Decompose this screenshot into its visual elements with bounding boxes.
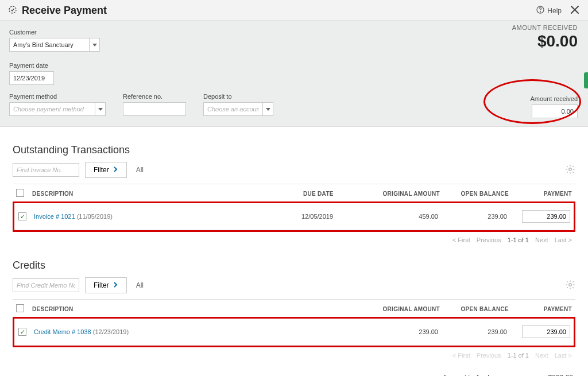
col-original-amount: ORIGINAL AMOUNT — [363, 300, 443, 319]
customer-select[interactable] — [9, 38, 100, 52]
col-original-amount: ORIGINAL AMOUNT — [363, 184, 443, 203]
payment-method-input[interactable] — [9, 102, 95, 116]
help-link[interactable]: Help — [536, 5, 562, 16]
svg-point-4 — [569, 284, 572, 286]
credits-title: Credits — [13, 259, 575, 272]
credits-filter-button[interactable]: Filter — [85, 277, 127, 293]
outstanding-settings-gear[interactable] — [565, 164, 575, 176]
cell-open-balance: 239.00 — [442, 203, 510, 230]
credits-find-input[interactable] — [13, 278, 79, 292]
outstanding-select-all-checkbox[interactable] — [16, 189, 24, 197]
payment-method-dropdown-toggle[interactable] — [95, 102, 106, 116]
cell-original-amount: 459.00 — [361, 203, 442, 230]
outstanding-filter-row: Filter All — [13, 162, 575, 178]
credit-memo-link[interactable]: Credit Memo # 1038 — [34, 328, 91, 335]
annotation-outstanding-row-highlight: Invoice # 1021 (11/05/2019) 12/05/2019 4… — [13, 201, 575, 232]
pager-next[interactable]: Next — [535, 237, 548, 243]
pager-first[interactable]: < First — [452, 352, 470, 359]
amount-received-input[interactable] — [532, 104, 578, 118]
col-open-balance: OPEN BALANCE — [443, 184, 512, 203]
reference-input[interactable] — [123, 102, 186, 116]
invoice-link[interactable]: Invoice # 1021 — [34, 213, 75, 220]
amount-to-apply-value: $239.00 — [527, 374, 573, 376]
pager-range: 1-1 of 1 — [508, 352, 529, 359]
credits-all-label: All — [136, 281, 144, 289]
side-drawer-tab[interactable] — [584, 72, 588, 88]
dialog-header: Receive Payment Help — [0, 0, 588, 21]
payment-method-select[interactable] — [9, 102, 106, 116]
amount-received-field-label: Amount received — [530, 95, 578, 102]
page-title: Receive Payment — [22, 5, 107, 17]
col-payment: PAYMENT — [512, 300, 575, 319]
cell-original-amount: 239.00 — [361, 319, 442, 346]
outstanding-payment-input[interactable] — [522, 210, 570, 223]
outstanding-all-label: All — [136, 166, 144, 174]
receive-payment-icon — [8, 5, 17, 16]
outstanding-title: Outstanding Transactions — [13, 144, 575, 156]
svg-point-0 — [9, 6, 16, 13]
customer-label: Customer — [9, 29, 579, 36]
deposit-to-dropdown-toggle[interactable] — [263, 102, 273, 116]
pager-last[interactable]: Last > — [555, 352, 572, 359]
chevron-right-icon — [113, 166, 118, 174]
col-description: DESCRIPTION — [29, 300, 363, 319]
pager-prev[interactable]: Previous — [477, 352, 501, 359]
customer-input[interactable] — [9, 38, 90, 52]
pager-first[interactable]: < First — [452, 237, 470, 243]
outstanding-row-checkbox[interactable] — [18, 212, 26, 220]
amount-to-apply-label: Amount to Apply — [424, 374, 493, 376]
deposit-to-label: Deposit to — [203, 93, 273, 100]
outstanding-row: Invoice # 1021 (11/05/2019) 12/05/2019 4… — [14, 203, 574, 230]
cell-open-balance: 239.00 — [442, 319, 510, 346]
outstanding-filter-button[interactable]: Filter — [85, 162, 127, 178]
col-payment: PAYMENT — [512, 184, 575, 203]
totals-block: Amount to Apply $239.00 Amount to Credit… — [13, 373, 575, 376]
col-description: DESCRIPTION — [29, 184, 300, 203]
amount-received-value: $0.00 — [512, 32, 578, 51]
chevron-right-icon — [113, 281, 118, 289]
chevron-down-icon — [92, 44, 97, 46]
outstanding-table: DESCRIPTION DUE DATE ORIGINAL AMOUNT OPE… — [13, 184, 575, 203]
close-button[interactable] — [570, 5, 580, 17]
form-panel: AMOUNT RECEIVED $0.00 Customer Payment d… — [0, 21, 588, 127]
reference-label: Reference no. — [123, 93, 186, 100]
chevron-down-icon — [98, 108, 103, 111]
credit-memo-date: (12/23/2019) — [93, 328, 129, 335]
customer-dropdown-toggle[interactable] — [90, 38, 100, 52]
pager-next[interactable]: Next — [535, 352, 548, 359]
chevron-down-icon — [266, 108, 270, 111]
pager-range: 1-1 of 1 — [508, 237, 529, 243]
svg-point-2 — [540, 11, 541, 12]
credits-row-checkbox[interactable] — [18, 328, 26, 336]
invoice-date: (11/05/2019) — [77, 213, 113, 220]
main-content: Outstanding Transactions Filter All DESC… — [0, 127, 588, 376]
col-open-balance: OPEN BALANCE — [443, 300, 512, 319]
payment-date-label: Payment date — [9, 62, 579, 69]
annotation-credit-row-highlight: Credit Memo # 1038 (12/23/2019) 239.00 2… — [13, 317, 575, 347]
credits-table: DESCRIPTION ORIGINAL AMOUNT OPEN BALANCE… — [13, 299, 575, 319]
payment-method-label: Payment method — [9, 93, 106, 100]
payment-date-input[interactable] — [9, 71, 54, 85]
pager-prev[interactable]: Previous — [477, 237, 501, 243]
credits-row: Credit Memo # 1038 (12/23/2019) 239.00 2… — [14, 319, 574, 346]
amount-received-summary: AMOUNT RECEIVED $0.00 — [512, 24, 578, 51]
cell-due-date: 12/05/2019 — [298, 203, 361, 230]
credits-select-all-checkbox[interactable] — [16, 304, 24, 312]
credits-settings-gear[interactable] — [565, 280, 575, 292]
outstanding-pager: < First Previous 1-1 of 1 Next Last > — [13, 237, 574, 243]
credits-payment-input[interactable] — [522, 325, 570, 338]
deposit-to-input[interactable] — [203, 102, 263, 116]
deposit-to-select[interactable] — [203, 102, 273, 116]
col-due-date: DUE DATE — [300, 184, 363, 203]
credits-filter-row: Filter All — [13, 277, 575, 293]
outstanding-find-input[interactable] — [13, 163, 79, 177]
svg-point-3 — [569, 168, 572, 171]
help-icon — [536, 5, 545, 16]
pager-last[interactable]: Last > — [555, 237, 572, 243]
credits-pager: < First Previous 1-1 of 1 Next Last > — [13, 352, 574, 359]
